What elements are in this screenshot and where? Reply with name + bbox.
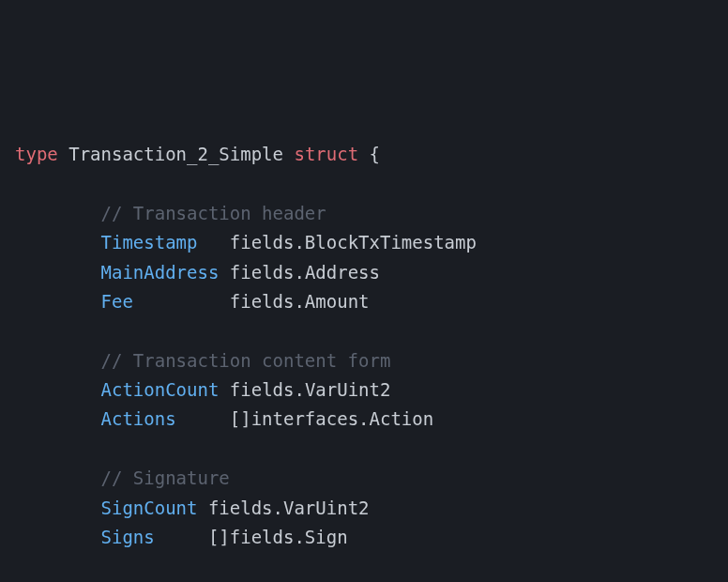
brace-open: { [370, 144, 380, 164]
field-line: MainAddress fields.Address [15, 258, 713, 287]
field-type: fields.BlockTxTimestamp [230, 232, 477, 253]
field-name: Signs [101, 527, 155, 547]
field-name: Fee [101, 291, 133, 312]
comment-line: // Signature [15, 464, 713, 493]
field-line: SignCount fields.VarUint2 [15, 494, 713, 523]
field-name: Timestamp [101, 232, 198, 253]
blank-line [15, 435, 713, 464]
comment: // Transaction content form [101, 350, 391, 371]
struct-name: Transaction_2_Simple [68, 144, 283, 164]
field-type: []interfaces.Action [230, 408, 433, 429]
field-type: []fields.Sign [208, 527, 348, 547]
field-name: SignCount [101, 498, 198, 518]
blank-line [15, 316, 713, 345]
type-keyword: type [15, 144, 58, 164]
field-line: Signs []fields.Sign [15, 523, 713, 552]
field-line: Timestamp fields.BlockTxTimestamp [15, 228, 713, 257]
comment-line: // Transaction header [15, 199, 713, 228]
blank-line [15, 552, 713, 581]
field-line: ActionCount fields.VarUint2 [15, 375, 713, 405]
field-type: fields.Amount [230, 291, 370, 312]
comment: // Signature [101, 467, 230, 488]
struct-decl-open: type Transaction_2_Simple struct { [15, 140, 713, 169]
field-name: Actions [101, 408, 176, 429]
field-name: MainAddress [101, 262, 220, 283]
comment: // Transaction header [101, 203, 326, 223]
field-name: ActionCount [101, 379, 220, 400]
struct-body: // Transaction header Timestamp fields.B… [15, 170, 713, 582]
field-line: Actions []interfaces.Action [15, 405, 713, 434]
field-type: fields.VarUint2 [208, 498, 370, 518]
comment-line: // Transaction content form [15, 346, 713, 375]
field-type: fields.VarUint2 [230, 379, 391, 400]
struct-keyword: struct [294, 144, 358, 164]
field-line: Fee fields.Amount [15, 287, 713, 316]
field-type: fields.Address [230, 262, 380, 283]
blank-line [15, 170, 713, 199]
